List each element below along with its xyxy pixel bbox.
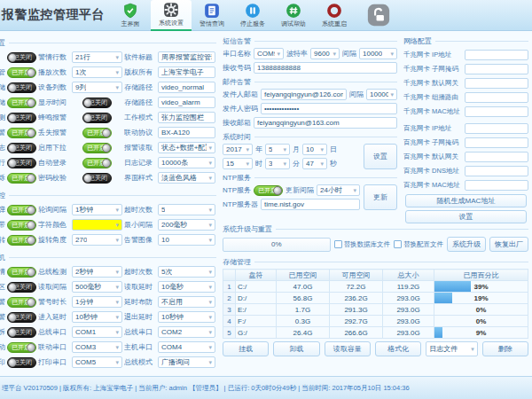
- read-capacity-button[interactable]: 读取容量: [325, 341, 371, 356]
- format-button[interactable]: 格式化: [375, 341, 421, 356]
- factory-reset-button[interactable]: 恢复出厂: [489, 237, 528, 252]
- replace-config-checkbox[interactable]: [394, 240, 402, 248]
- ntp-interval-select[interactable]: 24小时: [317, 184, 360, 196]
- nav-settings[interactable]: 系统设置: [151, 0, 192, 31]
- row-right-select[interactable]: 不启用: [158, 296, 215, 308]
- row-toggle[interactable]: 已开启: [7, 235, 36, 246]
- row-mid-toggle[interactable]: 已关闭: [82, 113, 112, 123]
- second-select[interactable]: 47: [302, 158, 327, 169]
- row-mid-select[interactable]: COM3: [72, 341, 122, 353]
- row-toggle[interactable]: 已关闭: [7, 312, 36, 323]
- network-field-input[interactable]: [465, 152, 528, 162]
- row-right-select[interactable]: 5次: [158, 266, 215, 278]
- file-type-select[interactable]: 日志文件: [426, 341, 477, 356]
- row-right-input[interactable]: 上海宝学电子: [158, 66, 215, 78]
- network-field-input[interactable]: [465, 78, 528, 89]
- row-right-select[interactable]: 状态+数据+配置: [158, 142, 215, 153]
- row-toggle[interactable]: 已关闭: [7, 158, 36, 168]
- random-mac-button[interactable]: 随机生成MAC地址: [405, 194, 527, 207]
- row-toggle[interactable]: 已关闭: [7, 52, 36, 63]
- day-select[interactable]: 10: [302, 144, 327, 155]
- row-toggle[interactable]: 已关闭: [7, 143, 36, 153]
- storage-table-row[interactable]: 3E:/1.7G291.3G293.0G0%: [223, 304, 528, 316]
- row-mid-select[interactable]: 21行: [72, 51, 122, 63]
- ntp-server-input[interactable]: time.nist.gov: [261, 199, 360, 210]
- minute-select[interactable]: 3: [265, 158, 290, 169]
- row-toggle[interactable]: 已开启: [7, 67, 36, 78]
- storage-table-row[interactable]: 5G:/26.4G266.6G293.0G9%: [223, 327, 528, 339]
- row-right-select[interactable]: COM4: [158, 341, 215, 353]
- storage-table-row[interactable]: 4F:/0.3G292.7G293.0G0%: [223, 316, 528, 327]
- row-right-select[interactable]: 广播询问: [158, 356, 215, 368]
- sms-number-input[interactable]: 13888888888: [254, 62, 397, 74]
- email-receiver-input[interactable]: feiyangqingyun@163.com: [254, 117, 397, 129]
- system-upgrade-button[interactable]: 系统升级: [447, 237, 486, 252]
- row-mid-select[interactable]: 10秒钟: [72, 311, 122, 323]
- row-right-select[interactable]: 10: [158, 234, 215, 246]
- row-mid-select[interactable]: 1次: [72, 66, 122, 78]
- network-field-input[interactable]: [465, 106, 528, 117]
- row-toggle[interactable]: 已关闭: [7, 113, 36, 123]
- row-right-input[interactable]: 张力监控围栏: [158, 112, 215, 123]
- network-field-input[interactable]: [465, 137, 528, 148]
- row-toggle[interactable]: 已开启: [7, 342, 36, 353]
- sms-interval-select[interactable]: 10000: [359, 48, 397, 59]
- network-field-input[interactable]: [465, 123, 528, 134]
- row-mid-select[interactable]: 1秒钟: [72, 204, 122, 215]
- replace-db-checkbox[interactable]: [334, 240, 342, 248]
- network-field-input[interactable]: [465, 180, 528, 191]
- nav-alarm-query[interactable]: 警情查询: [192, 0, 232, 31]
- nav-stop-service[interactable]: 停止服务: [232, 0, 273, 31]
- storage-table-row[interactable]: 2D:/56.8G236.2G293.0G19%: [223, 293, 528, 304]
- row-toggle[interactable]: 已开启: [7, 267, 36, 278]
- sms-port-select[interactable]: COM9: [254, 48, 284, 59]
- row-mid-toggle[interactable]: 已开启: [82, 128, 112, 138]
- row-right-select[interactable]: 5: [158, 204, 215, 215]
- row-toggle[interactable]: 已关闭: [7, 327, 36, 338]
- row-toggle[interactable]: 已开启: [7, 173, 36, 184]
- row-mid-select[interactable]: COM1: [72, 326, 122, 338]
- row-mid-toggle[interactable]: 已开启: [82, 158, 112, 168]
- unmount-button[interactable]: 卸载: [273, 341, 319, 356]
- replace-config-checkbox-group[interactable]: 替换配置文件: [394, 240, 443, 249]
- network-field-input[interactable]: [465, 50, 528, 60]
- row-right-select[interactable]: 淡蓝色风格: [158, 172, 215, 184]
- row-right-select[interactable]: COM2: [158, 326, 215, 338]
- row-right-select[interactable]: 10000条: [158, 157, 215, 168]
- row-toggle[interactable]: 已关闭: [7, 282, 36, 293]
- unlock-icon[interactable]: [367, 4, 390, 27]
- row-mid-select[interactable]: 500毫秒: [72, 281, 122, 293]
- storage-table-row[interactable]: 1C:/47.0G72.2G119.2G39%: [223, 281, 528, 293]
- row-mid-select[interactable]: 9列: [72, 82, 122, 93]
- row-toggle[interactable]: 已开启: [7, 128, 36, 138]
- row-toggle[interactable]: 已开启: [7, 98, 36, 108]
- row-toggle[interactable]: 已关闭: [7, 357, 36, 368]
- month-select[interactable]: 5: [265, 144, 290, 155]
- row-mid-select[interactable]: 270: [72, 234, 122, 246]
- ntp-update-button[interactable]: 更新: [364, 184, 397, 210]
- set-time-button[interactable]: 设置: [364, 144, 397, 169]
- ntp-toggle[interactable]: 已开启: [254, 185, 283, 196]
- nav-debug-help[interactable]: 调试帮助: [273, 0, 314, 31]
- row-toggle[interactable]: 已开启: [7, 205, 36, 215]
- email-password-input[interactable]: ••••••••••••••: [261, 103, 397, 114]
- row-right-input[interactable]: 周界报警监控管理平台: [158, 51, 215, 63]
- row-right-select[interactable]: 10秒钟: [158, 311, 215, 323]
- row-mid-toggle[interactable]: 已关闭: [82, 98, 112, 108]
- email-interval-select[interactable]: 10000: [366, 89, 397, 100]
- replace-db-checkbox-group[interactable]: 替换数据库文件: [334, 240, 391, 249]
- row-right-input[interactable]: BX-A120: [158, 127, 215, 138]
- nav-restart[interactable]: 系统重启: [314, 0, 355, 31]
- row-toggle[interactable]: 已开启: [7, 297, 36, 308]
- network-field-input[interactable]: [465, 64, 528, 74]
- row-toggle[interactable]: 已关闭: [7, 82, 36, 93]
- network-field-input[interactable]: [465, 166, 528, 176]
- year-select[interactable]: 2017: [223, 144, 253, 155]
- row-mid-select[interactable]: 2秒钟: [72, 266, 122, 278]
- row-mid-select[interactable]: 1分钟: [72, 296, 122, 308]
- sms-baud-select[interactable]: 9600: [310, 48, 340, 59]
- row-mid-select[interactable]: COM5: [72, 356, 122, 368]
- network-field-input[interactable]: [465, 92, 528, 103]
- hour-select[interactable]: 15: [223, 158, 253, 169]
- row-toggle[interactable]: 已开启: [7, 220, 36, 231]
